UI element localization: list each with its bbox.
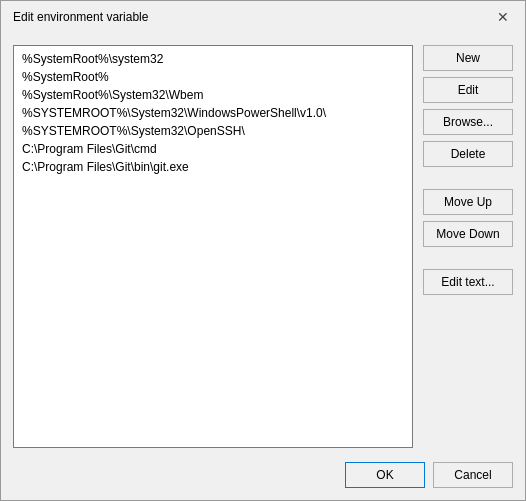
list-item[interactable]: %SystemRoot%\System32\Wbem: [14, 86, 412, 104]
move-down-button[interactable]: Move Down: [423, 221, 513, 247]
dialog-title: Edit environment variable: [13, 10, 148, 24]
delete-button[interactable]: Delete: [423, 141, 513, 167]
button-panel: New Edit Browse... Delete Move Up Move D…: [423, 45, 513, 448]
move-up-button[interactable]: Move Up: [423, 189, 513, 215]
list-item[interactable]: %SystemRoot%: [14, 68, 412, 86]
close-button[interactable]: ✕: [493, 7, 513, 27]
title-bar: Edit environment variable ✕: [1, 1, 525, 33]
edit-button[interactable]: Edit: [423, 77, 513, 103]
list-item[interactable]: %SYSTEMROOT%\System32\WindowsPowerShell\…: [14, 104, 412, 122]
ok-button[interactable]: OK: [345, 462, 425, 488]
list-item[interactable]: %SYSTEMROOT%\System32\OpenSSH\: [14, 122, 412, 140]
list-item[interactable]: C:\Program Files\Git\bin\git.exe: [14, 158, 412, 176]
spacer2: [423, 253, 513, 263]
list-item[interactable]: %SystemRoot%\system32: [14, 50, 412, 68]
edit-env-variable-dialog: Edit environment variable ✕ %SystemRoot%…: [0, 0, 526, 501]
browse-button[interactable]: Browse...: [423, 109, 513, 135]
new-button[interactable]: New: [423, 45, 513, 71]
list-item[interactable]: C:\Program Files\Git\cmd: [14, 140, 412, 158]
spacer1: [423, 173, 513, 183]
dialog-body: %SystemRoot%\system32%SystemRoot%%System…: [1, 33, 525, 456]
dialog-footer: OK Cancel: [1, 456, 525, 500]
edit-text-button[interactable]: Edit text...: [423, 269, 513, 295]
cancel-button[interactable]: Cancel: [433, 462, 513, 488]
env-variable-list[interactable]: %SystemRoot%\system32%SystemRoot%%System…: [13, 45, 413, 448]
